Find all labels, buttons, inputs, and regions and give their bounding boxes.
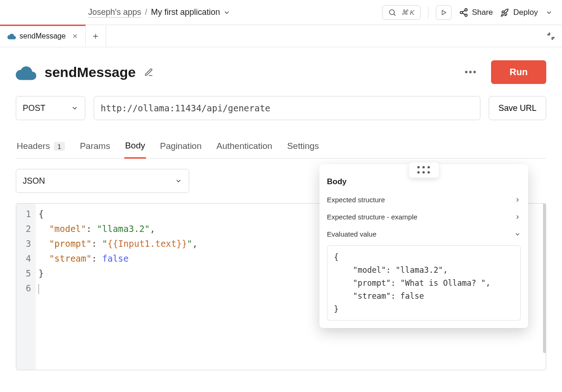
line-number: 2 xyxy=(23,221,31,236)
preview-button[interactable] xyxy=(436,5,452,20)
chevron-down-icon[interactable] xyxy=(223,9,230,16)
headers-count-badge: 1 xyxy=(54,142,65,151)
evaluated-value-box: { "model": "llama3.2", "prompt": "What i… xyxy=(327,245,521,321)
subtabs: Headers 1 Params Body Pagination Authent… xyxy=(16,137,546,159)
title-row: sendMessage ••• Run xyxy=(16,60,546,84)
tab-headers[interactable]: Headers 1 xyxy=(16,137,66,158)
line-gutter: 1 2 3 4 5 6 xyxy=(16,204,36,370)
svg-point-0 xyxy=(390,10,395,15)
file-tab-label: sendMessage xyxy=(19,32,66,40)
topbar: Joseph's apps / My first application ⌘ K xyxy=(0,0,562,25)
play-icon xyxy=(441,9,447,16)
breadcrumb-app-label: My first application xyxy=(151,7,220,17)
save-url-button[interactable]: Save URL xyxy=(489,96,546,120)
main: sendMessage ••• Run POST Save URL Header… xyxy=(0,47,562,370)
body-area: JSON 1 2 3 4 5 6 { "model": "llama3.2", … xyxy=(16,169,546,370)
chevron-down-icon[interactable] xyxy=(545,9,553,16)
page-title: sendMessage xyxy=(45,64,136,80)
line-number: 6 xyxy=(23,281,31,296)
rocket-icon xyxy=(500,8,510,17)
row-evaluated-value[interactable]: Evaluated value xyxy=(327,225,521,243)
file-tab-row: sendMessage ✕ ＋ xyxy=(0,25,562,47)
share-icon xyxy=(459,8,468,17)
collapse-icon[interactable] xyxy=(546,32,556,41)
share-button[interactable]: Share xyxy=(459,8,493,17)
breadcrumb: Joseph's apps / My first application xyxy=(88,7,382,18)
cloud-icon xyxy=(7,33,16,39)
line-number: 4 xyxy=(23,251,31,266)
divider xyxy=(428,6,428,19)
chevron-down-icon xyxy=(71,104,78,112)
deploy-button[interactable]: Deploy xyxy=(500,8,553,17)
method-value: POST xyxy=(23,103,45,113)
text-cursor xyxy=(38,284,39,294)
url-input[interactable] xyxy=(94,96,480,120)
file-tab[interactable]: sendMessage ✕ xyxy=(0,25,86,46)
search-button[interactable]: ⌘ K xyxy=(382,5,421,20)
tab-params[interactable]: Params xyxy=(79,137,111,158)
chevron-right-icon xyxy=(514,214,521,220)
plus-icon: ＋ xyxy=(91,30,100,42)
tab-authentication[interactable]: Authentication xyxy=(216,137,273,158)
tab-headers-label: Headers xyxy=(17,141,50,151)
svg-point-3 xyxy=(465,8,467,11)
chevron-right-icon xyxy=(514,197,521,203)
svg-line-6 xyxy=(462,10,465,12)
drag-icon xyxy=(417,166,430,174)
search-icon xyxy=(388,8,396,17)
tab-pagination[interactable]: Pagination xyxy=(159,137,203,158)
svg-point-4 xyxy=(460,11,462,13)
run-button[interactable]: Run xyxy=(491,60,546,84)
more-icon[interactable]: ••• xyxy=(465,67,477,77)
row-label: Evaluated value xyxy=(327,230,377,238)
deploy-label: Deploy xyxy=(513,8,538,17)
edit-icon[interactable] xyxy=(144,68,153,77)
tab-body[interactable]: Body xyxy=(124,137,146,159)
row-label: Expected structure xyxy=(327,196,385,204)
svg-line-7 xyxy=(462,13,465,14)
chevron-down-icon xyxy=(175,177,182,185)
row-label: Expected structure - example xyxy=(327,213,417,221)
close-icon[interactable]: ✕ xyxy=(72,32,78,40)
share-label: Share xyxy=(472,8,493,17)
svg-marker-2 xyxy=(442,10,446,14)
search-shortcut: ⌘ K xyxy=(401,8,415,17)
line-number: 1 xyxy=(23,206,31,221)
scrollbar-thumb[interactable] xyxy=(543,203,546,353)
breadcrumb-app[interactable]: My first application xyxy=(151,7,230,17)
svg-point-5 xyxy=(465,14,467,16)
breadcrumb-sep: / xyxy=(145,7,147,17)
body-popover: Body Expected structure Expected structu… xyxy=(319,164,528,328)
tab-settings[interactable]: Settings xyxy=(286,137,320,158)
breadcrumb-owner[interactable]: Joseph's apps xyxy=(88,7,141,18)
line-number: 3 xyxy=(23,236,31,251)
method-select[interactable]: POST xyxy=(16,96,85,120)
svg-line-1 xyxy=(394,14,395,15)
cloud-icon xyxy=(16,64,36,80)
popover-title: Body xyxy=(327,177,521,186)
row-expected-structure[interactable]: Expected structure xyxy=(327,191,521,208)
top-actions: ⌘ K Share Deploy xyxy=(382,5,553,20)
code-content[interactable]: { "model": "llama3.2", "prompt": "{{Inpu… xyxy=(36,204,200,370)
drag-handle[interactable] xyxy=(409,162,439,178)
add-tab-button[interactable]: ＋ xyxy=(86,25,106,47)
body-format-value: JSON xyxy=(23,176,45,186)
body-format-select[interactable]: JSON xyxy=(16,169,189,193)
line-number: 5 xyxy=(23,266,31,281)
chevron-down-icon xyxy=(514,231,521,238)
row-expected-example[interactable]: Expected structure - example xyxy=(327,208,521,225)
url-row: POST Save URL xyxy=(16,96,546,120)
